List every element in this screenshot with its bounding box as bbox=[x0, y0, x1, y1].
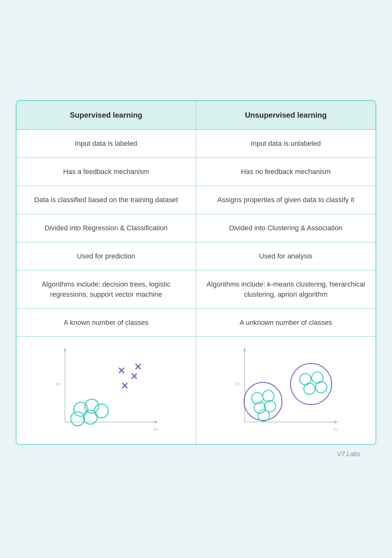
row3-right: Assigns properties of given data to clas… bbox=[196, 186, 376, 214]
svg-point-23 bbox=[263, 390, 274, 402]
chart-unsupervised: x₂ x₁ bbox=[196, 337, 376, 444]
svg-text:×: × bbox=[118, 364, 125, 377]
row7-left: A known number of classes bbox=[16, 309, 196, 337]
row6-right: Algorithms include: k-means clustering, … bbox=[196, 270, 376, 309]
row7-right: A unknown number of classes bbox=[196, 309, 376, 337]
svg-point-30 bbox=[304, 383, 315, 394]
row3-left: Data is classified based on the training… bbox=[16, 186, 196, 214]
svg-point-8 bbox=[71, 412, 85, 426]
svg-marker-18 bbox=[334, 420, 338, 424]
svg-text:x₁: x₁ bbox=[153, 426, 158, 432]
svg-marker-16 bbox=[243, 348, 246, 351]
unsupervised-chart-svg: x₂ x₁ bbox=[199, 343, 372, 438]
svg-marker-3 bbox=[155, 420, 158, 424]
row2-left: Has a feedback mechanism bbox=[16, 158, 196, 186]
comparison-table: Supervised learning Unsupervised learnin… bbox=[16, 100, 376, 445]
svg-text:×: × bbox=[135, 360, 142, 373]
row4-left: Divided into Regression & Classification bbox=[16, 214, 196, 242]
svg-marker-1 bbox=[64, 348, 67, 351]
svg-text:x₂: x₂ bbox=[55, 381, 61, 387]
svg-point-21 bbox=[244, 382, 282, 420]
svg-point-31 bbox=[315, 381, 327, 393]
svg-text:×: × bbox=[121, 379, 128, 392]
row1-right: Input data is unlabeled bbox=[196, 130, 376, 158]
svg-text:x₁: x₁ bbox=[333, 426, 338, 432]
watermark: V7 Labs bbox=[337, 450, 360, 458]
row5-left: Used for prediction bbox=[16, 242, 196, 270]
header-unsupervised: Unsupervised learning bbox=[196, 101, 376, 130]
row5-right: Used for analysis bbox=[196, 242, 376, 270]
row6-left: Algorithms include: decision trees, logi… bbox=[16, 270, 196, 309]
row4-right: Divided into Clustering & Association bbox=[196, 214, 376, 242]
supervised-chart-svg: x₂ x₁ × × × × bbox=[20, 343, 193, 438]
header-supervised: Supervised learning bbox=[16, 101, 196, 130]
svg-text:x₂: x₂ bbox=[235, 381, 240, 387]
chart-supervised: x₂ x₁ × × × × bbox=[16, 337, 196, 444]
row2-right: Has no feedback mechanism bbox=[196, 158, 376, 186]
row1-left: Input data is labeled bbox=[16, 130, 196, 158]
